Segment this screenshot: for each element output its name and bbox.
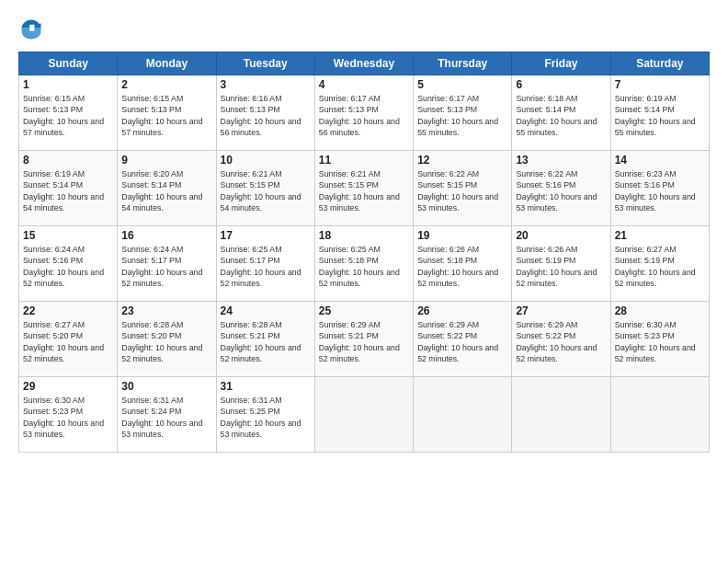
day-number: 20 xyxy=(516,229,606,242)
cell-info: Sunrise: 6:31 AMSunset: 5:25 PMDaylight:… xyxy=(221,395,311,440)
table-cell xyxy=(512,377,610,453)
cell-info: Sunrise: 6:17 AMSunset: 5:13 PMDaylight:… xyxy=(319,93,409,138)
day-number: 31 xyxy=(221,380,311,393)
table-cell: 23 Sunrise: 6:28 AMSunset: 5:20 PMDaylig… xyxy=(118,302,216,377)
col-saturday: Saturday xyxy=(610,52,709,75)
table-cell: 8 Sunrise: 6:19 AMSunset: 5:14 PMDayligh… xyxy=(19,151,118,226)
table-cell xyxy=(610,377,709,453)
cell-info: Sunrise: 6:29 AMSunset: 5:22 PMDaylight:… xyxy=(516,319,606,364)
day-number: 1 xyxy=(23,78,113,91)
cell-info: Sunrise: 6:26 AMSunset: 5:19 PMDaylight:… xyxy=(516,244,606,289)
table-cell: 21 Sunrise: 6:27 AMSunset: 5:19 PMDaylig… xyxy=(610,226,709,302)
cell-info: Sunrise: 6:17 AMSunset: 5:13 PMDaylight:… xyxy=(417,93,507,138)
calendar: Sunday Monday Tuesday Wednesday Thursday… xyxy=(18,52,710,453)
day-number: 30 xyxy=(121,380,211,393)
col-tuesday: Tuesday xyxy=(216,52,314,75)
day-number: 18 xyxy=(319,229,409,242)
week-row: 1 Sunrise: 6:15 AMSunset: 5:13 PMDayligh… xyxy=(19,75,710,151)
table-cell: 14 Sunrise: 6:23 AMSunset: 5:16 PMDaylig… xyxy=(610,151,709,226)
cell-info: Sunrise: 6:20 AMSunset: 5:14 PMDaylight:… xyxy=(121,168,211,213)
table-cell: 7 Sunrise: 6:19 AMSunset: 5:14 PMDayligh… xyxy=(610,75,709,151)
cell-info: Sunrise: 6:19 AMSunset: 5:14 PMDaylight:… xyxy=(23,168,113,213)
header-row: Sunday Monday Tuesday Wednesday Thursday… xyxy=(19,52,710,75)
cell-info: Sunrise: 6:29 AMSunset: 5:22 PMDaylight:… xyxy=(417,319,507,364)
table-cell xyxy=(314,377,413,453)
cell-info: Sunrise: 6:30 AMSunset: 5:23 PMDaylight:… xyxy=(615,319,705,364)
day-number: 21 xyxy=(615,229,705,242)
table-cell: 26 Sunrise: 6:29 AMSunset: 5:22 PMDaylig… xyxy=(414,302,512,377)
table-cell: 25 Sunrise: 6:29 AMSunset: 5:21 PMDaylig… xyxy=(314,302,413,377)
day-number: 16 xyxy=(121,229,211,242)
day-number: 27 xyxy=(516,304,606,317)
table-cell xyxy=(414,377,512,453)
cell-info: Sunrise: 6:19 AMSunset: 5:14 PMDaylight:… xyxy=(615,93,705,138)
cell-info: Sunrise: 6:27 AMSunset: 5:20 PMDaylight:… xyxy=(23,319,113,364)
day-number: 4 xyxy=(319,78,409,91)
header xyxy=(18,17,710,42)
cell-info: Sunrise: 6:24 AMSunset: 5:17 PMDaylight:… xyxy=(121,244,211,289)
cell-info: Sunrise: 6:22 AMSunset: 5:16 PMDaylight:… xyxy=(516,168,606,213)
day-number: 3 xyxy=(221,78,311,91)
day-number: 26 xyxy=(417,304,507,317)
table-cell: 1 Sunrise: 6:15 AMSunset: 5:13 PMDayligh… xyxy=(19,75,118,151)
cell-info: Sunrise: 6:16 AMSunset: 5:13 PMDaylight:… xyxy=(221,93,311,138)
col-wednesday: Wednesday xyxy=(314,52,413,75)
cell-info: Sunrise: 6:26 AMSunset: 5:18 PMDaylight:… xyxy=(417,244,507,289)
cell-info: Sunrise: 6:31 AMSunset: 5:24 PMDaylight:… xyxy=(121,395,211,440)
table-cell: 4 Sunrise: 6:17 AMSunset: 5:13 PMDayligh… xyxy=(314,75,413,151)
table-cell: 12 Sunrise: 6:22 AMSunset: 5:15 PMDaylig… xyxy=(414,151,512,226)
day-number: 14 xyxy=(615,154,705,167)
day-number: 15 xyxy=(23,229,113,242)
day-number: 2 xyxy=(121,78,211,91)
col-thursday: Thursday xyxy=(414,52,512,75)
table-cell: 27 Sunrise: 6:29 AMSunset: 5:22 PMDaylig… xyxy=(512,302,610,377)
day-number: 7 xyxy=(615,78,705,91)
table-cell: 10 Sunrise: 6:21 AMSunset: 5:15 PMDaylig… xyxy=(216,151,314,226)
cell-info: Sunrise: 6:15 AMSunset: 5:13 PMDaylight:… xyxy=(121,93,211,138)
col-sunday: Sunday xyxy=(19,52,118,75)
day-number: 29 xyxy=(23,380,113,393)
day-number: 12 xyxy=(417,154,507,167)
table-cell: 31 Sunrise: 6:31 AMSunset: 5:25 PMDaylig… xyxy=(216,377,314,453)
table-cell: 13 Sunrise: 6:22 AMSunset: 5:16 PMDaylig… xyxy=(512,151,610,226)
week-row: 15 Sunrise: 6:24 AMSunset: 5:16 PMDaylig… xyxy=(19,226,710,302)
table-cell: 11 Sunrise: 6:21 AMSunset: 5:15 PMDaylig… xyxy=(314,151,413,226)
table-cell: 3 Sunrise: 6:16 AMSunset: 5:13 PMDayligh… xyxy=(216,75,314,151)
logo-icon xyxy=(18,17,44,42)
cell-info: Sunrise: 6:21 AMSunset: 5:15 PMDaylight:… xyxy=(221,168,311,213)
table-cell: 22 Sunrise: 6:27 AMSunset: 5:20 PMDaylig… xyxy=(19,302,118,377)
day-number: 8 xyxy=(23,154,113,167)
day-number: 23 xyxy=(121,304,211,317)
cell-info: Sunrise: 6:29 AMSunset: 5:21 PMDaylight:… xyxy=(319,319,409,364)
table-cell: 16 Sunrise: 6:24 AMSunset: 5:17 PMDaylig… xyxy=(118,226,216,302)
cell-info: Sunrise: 6:15 AMSunset: 5:13 PMDaylight:… xyxy=(23,93,113,138)
day-number: 24 xyxy=(221,304,311,317)
table-cell: 30 Sunrise: 6:31 AMSunset: 5:24 PMDaylig… xyxy=(118,377,216,453)
table-cell: 9 Sunrise: 6:20 AMSunset: 5:14 PMDayligh… xyxy=(118,151,216,226)
week-row: 22 Sunrise: 6:27 AMSunset: 5:20 PMDaylig… xyxy=(19,302,710,377)
day-number: 28 xyxy=(615,304,705,317)
day-number: 5 xyxy=(417,78,507,91)
cell-info: Sunrise: 6:25 AMSunset: 5:18 PMDaylight:… xyxy=(319,244,409,289)
table-cell: 28 Sunrise: 6:30 AMSunset: 5:23 PMDaylig… xyxy=(610,302,709,377)
page: Sunday Monday Tuesday Wednesday Thursday… xyxy=(0,0,728,563)
col-friday: Friday xyxy=(512,52,610,75)
table-cell: 15 Sunrise: 6:24 AMSunset: 5:16 PMDaylig… xyxy=(19,226,118,302)
day-number: 11 xyxy=(319,154,409,167)
table-cell: 29 Sunrise: 6:30 AMSunset: 5:23 PMDaylig… xyxy=(19,377,118,453)
cell-info: Sunrise: 6:22 AMSunset: 5:15 PMDaylight:… xyxy=(417,168,507,213)
table-cell: 24 Sunrise: 6:28 AMSunset: 5:21 PMDaylig… xyxy=(216,302,314,377)
day-number: 25 xyxy=(319,304,409,317)
cell-info: Sunrise: 6:18 AMSunset: 5:14 PMDaylight:… xyxy=(516,93,606,138)
day-number: 6 xyxy=(516,78,606,91)
day-number: 22 xyxy=(23,304,113,317)
cell-info: Sunrise: 6:25 AMSunset: 5:17 PMDaylight:… xyxy=(221,244,311,289)
table-cell: 20 Sunrise: 6:26 AMSunset: 5:19 PMDaylig… xyxy=(512,226,610,302)
week-row: 8 Sunrise: 6:19 AMSunset: 5:14 PMDayligh… xyxy=(19,151,710,226)
table-cell: 17 Sunrise: 6:25 AMSunset: 5:17 PMDaylig… xyxy=(216,226,314,302)
table-cell: 18 Sunrise: 6:25 AMSunset: 5:18 PMDaylig… xyxy=(314,226,413,302)
table-cell: 2 Sunrise: 6:15 AMSunset: 5:13 PMDayligh… xyxy=(118,75,216,151)
day-number: 19 xyxy=(417,229,507,242)
day-number: 10 xyxy=(221,154,311,167)
day-number: 9 xyxy=(121,154,211,167)
